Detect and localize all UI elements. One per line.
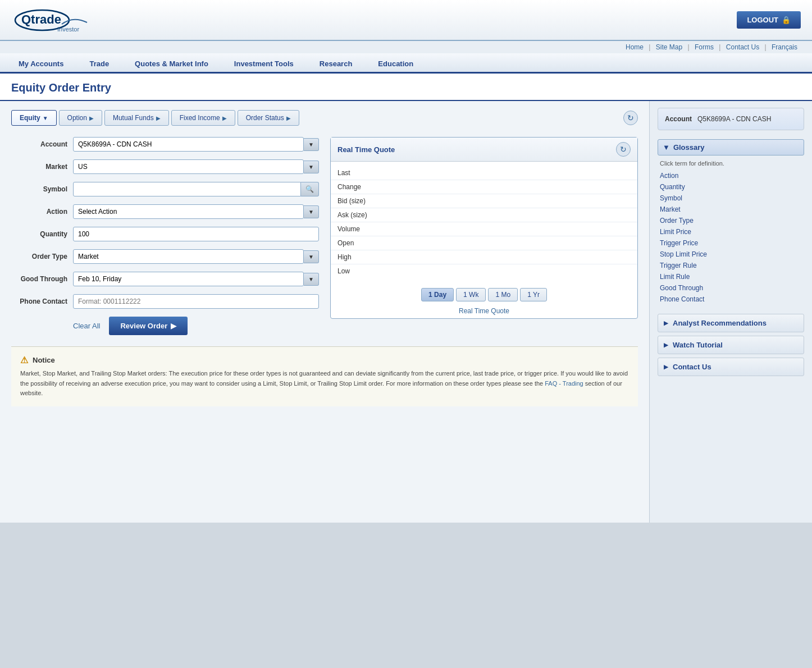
- good-through-control: Feb 10, Friday ▼: [73, 272, 319, 286]
- svg-text:Qtrade: Qtrade: [21, 12, 61, 26]
- sub-tab-option[interactable]: Option ▶: [59, 110, 102, 126]
- quote-row-last: Last: [331, 166, 637, 180]
- quote-section: Real Time Quote ↻ Last Change: [330, 137, 638, 335]
- form-section: Account Q5K8699A - CDN CASH ▼ M: [11, 137, 319, 335]
- notice-title: Notice: [33, 356, 55, 364]
- action-select-wrap: Select Action ▼: [73, 204, 319, 219]
- sub-tab-order-status[interactable]: Order Status ▶: [238, 110, 299, 126]
- chart-tab-1mo[interactable]: 1 Mo: [488, 288, 518, 301]
- logout-label: LOGOUT: [747, 16, 778, 24]
- french-link[interactable]: Français: [772, 43, 797, 51]
- order-type-select[interactable]: Market: [73, 249, 304, 264]
- mutual-funds-arrow: ▶: [156, 115, 161, 121]
- symbol-input[interactable]: [73, 182, 301, 196]
- clear-all-button[interactable]: Clear All: [73, 322, 100, 330]
- action-row: Action Select Action ▼: [11, 204, 319, 219]
- sub-tabs: Equity ▼ Option ▶ Mutual Funds ▶ Fixed I…: [11, 110, 638, 126]
- market-select-wrap: US ▼: [73, 159, 319, 174]
- symbol-row: Symbol 🔍: [11, 182, 319, 196]
- logout-button[interactable]: LOGOUT 🔒: [737, 11, 801, 29]
- real-time-quote-link[interactable]: Real Time Quote: [459, 307, 509, 315]
- glossary-term-trigger-price[interactable]: Trigger Price: [658, 237, 804, 249]
- action-select[interactable]: Select Action: [73, 204, 304, 219]
- account-select-arrow[interactable]: ▼: [304, 138, 319, 151]
- action-control: Select Action ▼: [73, 204, 319, 219]
- order-layout: Equity ▼ Option ▶ Mutual Funds ▶ Fixed I…: [0, 101, 812, 523]
- top-nav-bar: Home | Site Map | Forms | Contact Us | F…: [0, 41, 812, 53]
- notice-header: ⚠ Notice: [20, 355, 629, 365]
- analyst-recommendations-link[interactable]: ▶ Analyst Recommendations: [658, 314, 804, 332]
- quote-footer[interactable]: Real Time Quote: [331, 304, 637, 318]
- glossary-term-limit-rule[interactable]: Limit Rule: [658, 271, 804, 282]
- chart-tab-1day[interactable]: 1 Day: [421, 288, 454, 301]
- market-select-arrow[interactable]: ▼: [304, 161, 319, 173]
- chart-tab-1wk[interactable]: 1 Wk: [456, 288, 486, 301]
- glossary-term-trigger-rule[interactable]: Trigger Rule: [658, 260, 804, 271]
- market-select[interactable]: US: [73, 159, 304, 174]
- symbol-search-button[interactable]: 🔍: [301, 182, 319, 196]
- quantity-input[interactable]: [73, 227, 319, 241]
- account-control: Q5K8699A - CDN CASH ▼: [73, 137, 319, 152]
- sub-tab-mutual-funds[interactable]: Mutual Funds ▶: [104, 110, 169, 126]
- chart-tab-1yr[interactable]: 1 Yr: [520, 288, 547, 301]
- glossary-term-symbol[interactable]: Symbol: [658, 193, 804, 204]
- glossary-title: Glossary: [673, 143, 705, 152]
- warning-icon: ⚠: [20, 355, 28, 365]
- nav-tab-trade[interactable]: Trade: [76, 53, 122, 74]
- glossary-term-quantity[interactable]: Quantity: [658, 181, 804, 193]
- form-actions: Clear All Review Order ▶: [11, 317, 319, 335]
- fixed-income-arrow: ▶: [222, 115, 227, 121]
- refresh-button[interactable]: ↻: [623, 111, 638, 125]
- glossary-description: Click term for definition.: [658, 160, 804, 167]
- account-select[interactable]: Q5K8699A - CDN CASH: [73, 137, 304, 152]
- good-through-row: Good Through Feb 10, Friday ▼: [11, 272, 319, 286]
- phone-contact-input[interactable]: [73, 294, 319, 309]
- quote-row-open: Open: [331, 236, 637, 250]
- sitemap-link[interactable]: Site Map: [656, 43, 682, 51]
- sub-tab-equity[interactable]: Equity ▼: [11, 110, 57, 126]
- quote-title: Real Time Quote: [337, 145, 395, 154]
- glossary-term-market[interactable]: Market: [658, 204, 804, 215]
- quote-header: Real Time Quote ↻: [331, 138, 637, 162]
- review-order-button[interactable]: Review Order ▶: [109, 317, 188, 335]
- nav-tab-research[interactable]: Research: [307, 53, 366, 74]
- nav-tab-education[interactable]: Education: [365, 53, 426, 74]
- quote-row-high: High: [331, 250, 637, 264]
- faq-trading-link[interactable]: FAQ - Trading: [545, 380, 583, 387]
- good-through-field-label: Good Through: [11, 275, 73, 283]
- quantity-control: [73, 227, 319, 241]
- quote-refresh-button[interactable]: ↻: [616, 142, 631, 157]
- contact-us-label: Contact Us: [673, 363, 711, 371]
- order-type-select-arrow[interactable]: ▼: [304, 250, 319, 263]
- good-through-select[interactable]: Feb 10, Friday: [73, 272, 304, 286]
- watch-tutorial-arrow-icon: ▶: [664, 342, 668, 348]
- glossary-term-action[interactable]: Action: [658, 170, 804, 181]
- nav-tab-my-accounts[interactable]: My Accounts: [6, 53, 76, 74]
- home-link[interactable]: Home: [626, 43, 644, 51]
- nav-tab-quotes[interactable]: Quotes & Market Info: [122, 53, 221, 74]
- action-select-arrow[interactable]: ▼: [304, 205, 319, 218]
- nav-tab-investment-tools[interactable]: Investment Tools: [221, 53, 307, 74]
- account-row: Account Q5K8699A - CDN CASH ▼: [11, 137, 319, 152]
- glossary-term-order-type[interactable]: Order Type: [658, 215, 804, 226]
- watch-tutorial-link[interactable]: ▶ Watch Tutorial: [658, 336, 804, 354]
- contact-us-link[interactable]: ▶ Contact Us: [658, 358, 804, 376]
- glossary-term-good-through[interactable]: Good Through: [658, 282, 804, 294]
- order-type-field-label: Order Type: [11, 253, 73, 260]
- good-through-select-arrow[interactable]: ▼: [304, 273, 319, 286]
- quantity-row: Quantity: [11, 227, 319, 241]
- forms-link[interactable]: Forms: [695, 43, 714, 51]
- sub-tab-fixed-income-label: Fixed Income: [180, 114, 220, 122]
- account-display-box: Account Q5K8699A - CDN CASH: [658, 108, 804, 130]
- contact-link[interactable]: Contact Us: [726, 43, 759, 51]
- sub-tab-equity-label: Equity: [20, 114, 40, 122]
- glossary-term-limit-price[interactable]: Limit Price: [658, 226, 804, 237]
- quote-panel: Real Time Quote ↻ Last Change: [330, 137, 638, 319]
- analyst-arrow-icon: ▶: [664, 320, 668, 326]
- glossary-section: ▼ Glossary Click term for definition. Ac…: [658, 139, 804, 305]
- option-arrow: ▶: [89, 115, 94, 121]
- quote-body: Last Change Bid (size): [331, 162, 637, 282]
- sub-tab-fixed-income[interactable]: Fixed Income ▶: [171, 110, 235, 126]
- glossary-term-stop-limit-price[interactable]: Stop Limit Price: [658, 249, 804, 260]
- glossary-term-phone-contact[interactable]: Phone Contact: [658, 294, 804, 305]
